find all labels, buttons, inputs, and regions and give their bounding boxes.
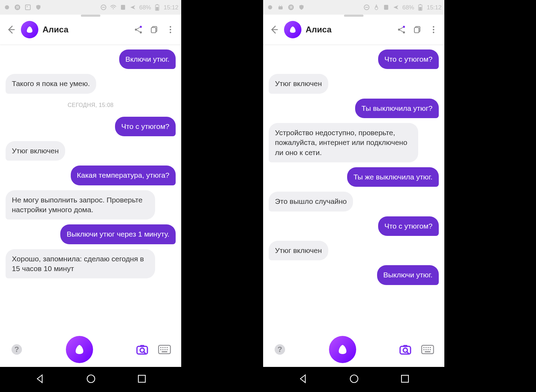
user-message[interactable]: Что с утюгом? xyxy=(378,49,439,69)
location-icon xyxy=(373,4,380,11)
svg-point-4 xyxy=(27,6,28,7)
message-text: Это вышло случайно xyxy=(275,197,347,205)
svg-point-57 xyxy=(403,31,405,33)
nav-recent-button[interactable] xyxy=(400,374,410,385)
chat-area[interactable]: Что с утюгом? Утюг включен Ты выключила … xyxy=(263,45,444,332)
battery-percent: 68% xyxy=(139,4,151,11)
wifi-icon xyxy=(110,4,117,11)
sim-icon xyxy=(383,4,390,11)
message-text: Утюг включен xyxy=(275,79,322,87)
keyboard-button[interactable] xyxy=(421,343,435,356)
drag-handle-icon[interactable] xyxy=(344,15,363,17)
user-message[interactable]: Выключи утюг. xyxy=(377,265,439,285)
share-button[interactable] xyxy=(132,24,144,36)
user-message[interactable]: Что с утюгом? xyxy=(378,216,439,236)
android-icon xyxy=(277,4,284,11)
message-text: Включи утюг. xyxy=(125,55,169,63)
share-button[interactable] xyxy=(396,24,407,36)
svg-rect-19 xyxy=(151,28,156,33)
status-bar: Я 68% 15:12 xyxy=(263,0,444,15)
message-text: Выключи утюг. xyxy=(383,271,432,279)
user-message[interactable]: Выключи утюг через 1 минуту. xyxy=(60,224,176,244)
svg-point-63 xyxy=(433,29,434,30)
svg-text:Я: Я xyxy=(290,5,292,9)
svg-rect-52 xyxy=(419,7,422,10)
user-message[interactable]: Какая температура, утюга? xyxy=(71,166,176,185)
message-text: Утюг включен xyxy=(275,246,322,254)
bot-message[interactable]: Утюг включен xyxy=(269,241,328,260)
svg-point-81 xyxy=(350,375,358,383)
airplane-icon xyxy=(129,4,136,11)
bot-message[interactable]: Утюг включен xyxy=(269,74,328,93)
svg-text:?: ? xyxy=(14,345,19,354)
svg-rect-35 xyxy=(162,349,163,350)
svg-point-13 xyxy=(140,26,142,28)
message-text: Какая температура, утюга? xyxy=(77,171,169,179)
battery-icon xyxy=(154,4,161,11)
status-time: 15:12 xyxy=(427,4,442,11)
input-bar: ? xyxy=(0,332,181,367)
svg-line-17 xyxy=(137,30,140,32)
android-nav-bar xyxy=(263,367,444,392)
bot-message[interactable]: Устройство недоступно, проверьте, пожалу… xyxy=(269,123,418,162)
bot-message[interactable]: Утюг включен xyxy=(6,141,65,161)
svg-rect-36 xyxy=(164,349,166,350)
status-time: 15:12 xyxy=(163,4,178,11)
nav-back-button[interactable] xyxy=(35,374,45,385)
yandex-icon: Я xyxy=(14,4,21,11)
yandex-icon: Я xyxy=(288,4,294,11)
voice-button[interactable] xyxy=(66,336,93,363)
message-text: Ты же выключила утюг. xyxy=(353,173,432,181)
svg-point-39 xyxy=(87,375,95,383)
message-text: Что с утюгом? xyxy=(384,222,432,230)
svg-point-15 xyxy=(140,31,142,33)
bot-message[interactable]: Не могу выполнить запрос. Проверьте наст… xyxy=(6,190,155,220)
back-button[interactable] xyxy=(5,24,17,36)
nav-home-button[interactable] xyxy=(349,374,359,385)
svg-rect-78 xyxy=(428,349,429,350)
back-button[interactable] xyxy=(268,24,280,36)
nav-recent-button[interactable] xyxy=(137,374,147,385)
message-text: Не могу выполнить запрос. Проверьте наст… xyxy=(12,196,143,214)
cards-button[interactable] xyxy=(148,24,160,36)
svg-rect-40 xyxy=(138,375,145,382)
message-text: Такого я пока не умею. xyxy=(12,79,90,87)
nav-back-button[interactable] xyxy=(298,374,308,385)
user-message[interactable]: Что с утюгом? xyxy=(115,117,176,136)
svg-point-14 xyxy=(135,29,137,31)
bot-message[interactable]: Это вышло случайно xyxy=(269,192,353,211)
svg-rect-42 xyxy=(278,6,283,9)
more-button[interactable] xyxy=(428,24,439,36)
alisa-logo-icon xyxy=(21,21,38,38)
voice-button[interactable] xyxy=(329,336,356,363)
more-button[interactable] xyxy=(164,24,176,36)
bot-message[interactable]: Хорошо, запомнила: сделаю сегодня в 15 ч… xyxy=(6,249,155,279)
bot-message[interactable]: Такого я пока не умею. xyxy=(6,74,96,93)
svg-rect-34 xyxy=(160,349,161,350)
user-message[interactable]: Ты выключила утюг? xyxy=(355,99,439,118)
user-message[interactable]: Включи утюг. xyxy=(119,49,176,69)
status-bar: Я 68% 15:12 xyxy=(0,0,181,15)
svg-point-21 xyxy=(170,29,171,30)
svg-rect-68 xyxy=(403,345,407,347)
svg-rect-33 xyxy=(167,347,168,348)
user-message[interactable]: Ты же выключила утюг. xyxy=(347,167,439,187)
keyboard-button[interactable] xyxy=(158,343,171,356)
svg-rect-72 xyxy=(423,347,424,348)
camera-search-button[interactable] xyxy=(135,343,149,356)
chat-area[interactable]: Включи утюг. Такого я пока не умею. СЕГО… xyxy=(0,45,181,332)
svg-rect-10 xyxy=(156,7,159,10)
drag-handle-icon[interactable] xyxy=(81,15,100,17)
na-dot-icon xyxy=(3,4,10,11)
cards-button[interactable] xyxy=(412,24,423,36)
nav-home-button[interactable] xyxy=(86,374,96,385)
help-button[interactable]: ? xyxy=(10,343,24,356)
svg-rect-30 xyxy=(160,347,161,348)
phone-screen-right: Я 68% 15:12 Алиса Ч xyxy=(263,0,444,392)
input-bar: ? xyxy=(263,332,444,367)
help-button[interactable]: ? xyxy=(273,343,287,356)
svg-point-62 xyxy=(433,26,434,27)
svg-rect-38 xyxy=(162,351,167,352)
svg-text:Я: Я xyxy=(16,5,19,9)
camera-search-button[interactable] xyxy=(398,343,412,356)
